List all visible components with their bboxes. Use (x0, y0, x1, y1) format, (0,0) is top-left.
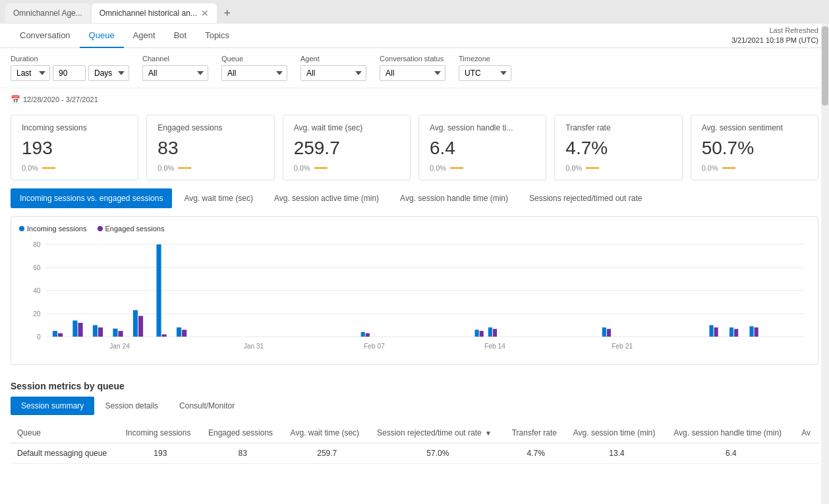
svg-rect-31 (475, 330, 479, 337)
kpi-transfer-delta: 0.0% (565, 164, 582, 172)
duration-controls: Last Days (11, 65, 129, 81)
svg-rect-23 (182, 330, 186, 337)
timezone-select[interactable]: UTC (459, 65, 511, 81)
scrollbar-thumb[interactable] (822, 26, 828, 105)
filter-queue: Queue All (221, 55, 287, 81)
session-tab-consult[interactable]: Consult/Monitor (169, 397, 245, 415)
svg-text:40: 40 (33, 287, 41, 294)
kpi-engaged-title: Engaged sessions (157, 123, 263, 132)
chart-tab-incoming-vs-engaged[interactable]: Incoming sessions vs. engaged sessions (11, 188, 172, 208)
svg-text:Jan 24: Jan 24 (109, 343, 130, 350)
scrollbar[interactable] (821, 24, 829, 504)
kpi-sentiment-trend-icon (722, 167, 735, 169)
cell-engaged: 83 (202, 443, 284, 464)
kpi-avg-wait-trend-icon (314, 167, 328, 169)
duration-unit-select[interactable]: Days (88, 65, 129, 81)
chart-tab-rejected[interactable]: Sessions rejected/timed out rate (520, 188, 651, 208)
cell-rejected: 57.0% (370, 443, 505, 464)
tab-bot-label: Bot (174, 30, 187, 40)
chart-tab-avg-active-label: Avg. session active time (min) (274, 194, 379, 203)
browser-tabs-bar: Omnichannel Age... Omnichannel historica… (0, 0, 829, 24)
svg-rect-39 (729, 327, 733, 337)
browser-tab-1[interactable]: Omnichannel Age... (5, 3, 90, 23)
col-av: Av (795, 423, 818, 443)
conv-status-select[interactable]: All (380, 65, 445, 81)
session-summary-table: Queue Incoming sessions Engaged sessions… (11, 423, 818, 464)
duration-value-input[interactable] (53, 65, 86, 81)
last-refreshed-info: Last Refreshed 3/21/2021 10:18 PM (UTC) (731, 26, 818, 46)
chart-tab-avg-handle[interactable]: Avg. session handle time (min) (391, 188, 517, 208)
session-tab-summary[interactable]: Session summary (11, 397, 94, 415)
col-incoming: Incoming sessions (119, 423, 202, 443)
kpi-card-avg-handle: Avg. session handle ti... 6.4 0.0% (418, 115, 546, 181)
tab-bot[interactable]: Bot (165, 24, 196, 48)
svg-text:80: 80 (33, 241, 41, 248)
sort-down-icon[interactable]: ▼ (485, 430, 492, 437)
kpi-avg-handle-trend-icon (450, 167, 463, 169)
svg-text:20: 20 (33, 310, 41, 318)
svg-rect-33 (488, 327, 492, 337)
browser-tab-2[interactable]: Omnichannel historical an... ✕ (92, 3, 217, 23)
tab-topics[interactable]: Topics (196, 24, 239, 48)
tab-agent[interactable]: Agent (124, 24, 165, 48)
kpi-transfer-footer: 0.0% (565, 164, 671, 172)
kpi-transfer-trend-icon (586, 167, 599, 169)
agent-label: Agent (300, 55, 366, 63)
queue-select[interactable]: All (221, 65, 287, 81)
kpi-row: Incoming sessions 193 0.0% Engaged sessi… (0, 107, 829, 188)
channel-select[interactable]: All (142, 65, 208, 81)
session-metrics-title: Session metrics by queue (0, 373, 829, 397)
svg-rect-18 (133, 310, 138, 337)
duration-type-select[interactable]: Last (11, 65, 50, 81)
kpi-engaged-delta: 0.0% (157, 164, 174, 172)
kpi-card-avg-wait: Avg. wait time (sec) 259.7 0.0% (283, 115, 411, 181)
filter-duration: Duration Last Days (11, 55, 129, 81)
svg-rect-41 (749, 326, 753, 337)
kpi-incoming-delta: 0.0% (22, 164, 38, 172)
last-refreshed-label: Last Refreshed (731, 26, 818, 36)
kpi-avg-handle-value: 6.4 (430, 138, 535, 159)
main-content: Conversation Queue Agent Bot Topics Last… (0, 24, 829, 504)
kpi-sentiment-footer: 0.0% (702, 164, 807, 172)
kpi-sentiment-value: 50.7% (702, 138, 807, 159)
svg-rect-21 (162, 335, 167, 337)
duration-label: Duration (11, 55, 129, 63)
kpi-incoming-trend-icon (42, 167, 55, 169)
chart-tab-incoming-label: Incoming sessions vs. engaged sessions (20, 194, 163, 203)
agent-select[interactable]: All (300, 65, 366, 81)
bar-chart-svg: 80 60 40 20 0 (19, 238, 810, 356)
new-tab-button[interactable]: + (218, 4, 237, 22)
chart-tabs: Incoming sessions vs. engaged sessions A… (11, 188, 818, 208)
kpi-avg-wait-value: 259.7 (294, 138, 399, 159)
session-tab-details[interactable]: Session details (94, 397, 169, 415)
close-tab-icon[interactable]: ✕ (201, 9, 209, 18)
legend-engaged-label: Engaged sessions (105, 225, 165, 233)
kpi-engaged-value: 83 (157, 138, 263, 159)
date-range: 📅 12/28/2020 - 3/27/2021 (0, 88, 829, 107)
svg-rect-14 (93, 325, 98, 337)
tab-conversation[interactable]: Conversation (11, 24, 80, 48)
svg-rect-40 (734, 329, 738, 337)
chart-tab-avg-active[interactable]: Avg. session active time (min) (265, 188, 388, 208)
cell-av (795, 443, 818, 464)
tab-queue[interactable]: Queue (80, 24, 124, 48)
svg-rect-20 (156, 244, 161, 337)
col-avg-handle: Avg. session handle time (min) (667, 423, 795, 443)
filter-conv-status: Conversation status All (380, 55, 445, 81)
session-tab-summary-label: Session summary (21, 401, 84, 410)
kpi-avg-wait-delta: 0.0% (294, 164, 310, 172)
kpi-transfer-title: Transfer rate (565, 123, 671, 132)
legend-engaged-dot (98, 226, 103, 231)
svg-rect-10 (53, 331, 57, 337)
filter-agent: Agent All (300, 55, 366, 81)
kpi-avg-wait-title: Avg. wait time (sec) (294, 123, 399, 132)
cell-avg-handle: 6.4 (667, 443, 795, 464)
svg-text:Feb 14: Feb 14 (484, 343, 505, 350)
timezone-controls: UTC (459, 65, 511, 81)
tab-conversation-label: Conversation (20, 30, 71, 40)
filter-channel: Channel All (142, 55, 208, 81)
svg-rect-29 (361, 332, 365, 337)
table-container: Queue Incoming sessions Engaged sessions… (0, 423, 829, 464)
kpi-engaged-trend-icon (178, 167, 191, 169)
chart-tab-avg-wait[interactable]: Avg. wait time (sec) (175, 188, 262, 208)
